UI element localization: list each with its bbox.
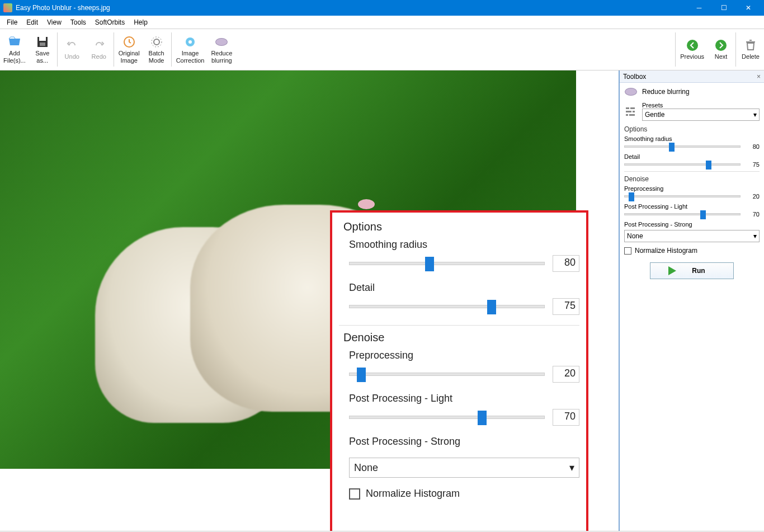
tb-postlight-slider[interactable] — [624, 213, 741, 215]
batch-mode-button[interactable]: Batch Mode — [143, 29, 170, 70]
preprocessing-label: Preprocessing — [349, 350, 579, 361]
arrow-right-icon — [714, 39, 728, 52]
tb-poststrong-label: Post Processing - Strong — [624, 221, 760, 228]
tb-detail-label: Detail — [624, 153, 760, 160]
svg-rect-10 — [626, 107, 629, 109]
preprocessing-slider[interactable] — [349, 373, 545, 376]
redo-button[interactable]: Redo — [86, 29, 112, 70]
tb-detail-value: 75 — [744, 161, 760, 168]
maximize-button[interactable]: ☐ — [711, 0, 736, 16]
save-as-button[interactable]: Save as... — [29, 29, 56, 70]
toolbox-close-button[interactable]: × — [757, 73, 761, 81]
chevron-down-icon: ▾ — [753, 232, 757, 240]
menu-softorbits[interactable]: SoftOrbits — [91, 17, 129, 27]
tb-postlight-label: Post Processing - Light — [624, 203, 760, 210]
normalize-histogram-label: Normalize Histogram — [366, 488, 460, 500]
blur-icon — [624, 86, 638, 97]
minimize-button[interactable]: ─ — [687, 0, 711, 16]
tb-smoothing-label: Smoothing radius — [624, 135, 760, 142]
run-button[interactable]: Run — [650, 262, 734, 279]
toolbar: Add File(s)... Save as... Undo Redo Orig… — [0, 29, 764, 70]
menu-bar: File Edit View Tools SoftOrbits Help — [0, 16, 764, 29]
tb-smoothing-value: 80 — [744, 143, 760, 150]
folder-open-icon — [8, 35, 21, 49]
detail-label: Detail — [349, 282, 579, 294]
save-icon — [36, 35, 49, 49]
post-light-label: Post Processing - Light — [349, 393, 579, 404]
detail-slider[interactable] — [349, 305, 545, 308]
toolbox-panel: Toolbox × Reduce blurring Presets Gentle… — [619, 70, 764, 531]
delete-button[interactable]: Delete — [737, 29, 764, 70]
tb-normalize-checkbox[interactable] — [624, 247, 631, 255]
tb-normalize-label: Normalize Histogram — [635, 247, 697, 255]
toolbox-mode-label: Reduce blurring — [642, 88, 690, 96]
menu-file[interactable]: File — [2, 17, 22, 27]
presets-select[interactable]: Gentle ▾ — [642, 109, 760, 121]
svg-rect-13 — [633, 111, 635, 112]
tb-preproc-slider[interactable] — [624, 195, 741, 197]
presets-icon — [624, 106, 638, 117]
svg-rect-15 — [629, 114, 635, 116]
menu-tools[interactable]: Tools — [66, 17, 91, 27]
smoothing-radius-slider[interactable] — [349, 262, 545, 265]
add-files-button[interactable]: Add File(s)... — [0, 29, 29, 70]
normalize-histogram-checkbox[interactable] — [349, 488, 360, 500]
menu-help[interactable]: Help — [129, 17, 152, 27]
denoise-title: Denoise — [343, 331, 579, 344]
svg-point-5 — [152, 37, 162, 47]
arrow-left-icon — [686, 39, 699, 52]
post-strong-label: Post Processing - Strong — [349, 436, 579, 448]
app-icon — [3, 3, 12, 12]
canvas-area[interactable]: Options Smoothing radius 80 Detail 75 De… — [0, 70, 619, 531]
svg-rect-14 — [626, 114, 628, 116]
options-popup: Options Smoothing radius 80 Detail 75 De… — [330, 210, 588, 531]
menu-edit[interactable]: Edit — [22, 17, 43, 27]
smoothing-radius-value[interactable]: 80 — [553, 255, 579, 272]
tb-preproc-label: Preprocessing — [624, 185, 760, 192]
detail-value[interactable]: 75 — [553, 298, 579, 315]
svg-rect-1 — [39, 37, 46, 41]
sparkle-icon — [183, 35, 197, 49]
gear-icon — [150, 35, 163, 49]
blur-icon — [215, 35, 228, 49]
preprocessing-value[interactable]: 20 — [553, 366, 579, 383]
chevron-down-icon: ▾ — [569, 462, 574, 474]
svg-rect-12 — [626, 111, 631, 112]
tb-poststrong-select[interactable]: None ▾ — [624, 230, 760, 242]
undo-button[interactable]: Undo — [59, 29, 86, 70]
smoothing-radius-label: Smoothing radius — [349, 239, 579, 251]
menu-view[interactable]: View — [43, 17, 66, 27]
reduce-blurring-button[interactable]: Reduce blurring — [207, 29, 235, 70]
clock-revert-icon — [122, 35, 136, 49]
post-light-slider[interactable] — [349, 416, 545, 419]
svg-point-4 — [154, 39, 159, 45]
tb-smoothing-slider[interactable] — [624, 145, 741, 148]
close-button[interactable]: ✕ — [736, 0, 761, 16]
options-title: Options — [343, 220, 579, 233]
tb-denoise-label: Denoise — [624, 175, 760, 183]
title-bar: Easy Photo Unblur - sheeps.jpg ─ ☐ ✕ — [0, 0, 764, 16]
chevron-down-icon: ▾ — [753, 111, 757, 119]
toolbox-title: Toolbox — [623, 73, 757, 81]
post-light-value[interactable]: 70 — [553, 409, 579, 426]
svg-point-7 — [188, 40, 192, 44]
image-correction-button[interactable]: Image Correction — [173, 29, 208, 70]
tb-postlight-value: 70 — [744, 211, 760, 218]
post-strong-select[interactable]: None ▾ — [349, 458, 579, 478]
svg-rect-2 — [40, 43, 45, 46]
svg-point-9 — [715, 40, 727, 51]
next-button[interactable]: Next — [708, 29, 734, 70]
window-title: Easy Photo Unblur - sheeps.jpg — [16, 4, 687, 12]
redo-icon — [92, 39, 106, 52]
run-arrow-icon — [668, 266, 676, 275]
tb-options-label: Options — [624, 125, 760, 133]
svg-rect-11 — [630, 107, 635, 109]
undo-icon — [65, 39, 79, 52]
tb-preproc-value: 20 — [744, 193, 760, 200]
previous-button[interactable]: Previous — [677, 29, 708, 70]
tb-detail-slider[interactable] — [624, 163, 741, 166]
original-image-button[interactable]: Original Image — [115, 29, 143, 70]
svg-point-8 — [687, 40, 698, 51]
presets-label: Presets — [642, 102, 760, 109]
trash-icon — [744, 39, 757, 52]
